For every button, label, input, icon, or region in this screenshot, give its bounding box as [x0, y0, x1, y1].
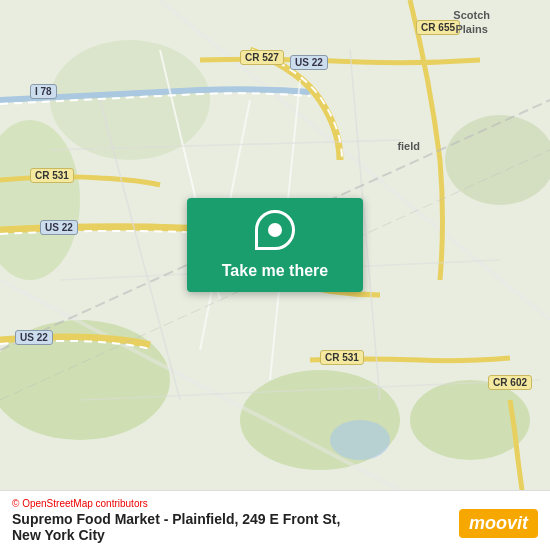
cr602-label: CR 602	[488, 375, 532, 390]
svg-point-7	[330, 420, 390, 460]
city-text: New York City	[12, 527, 105, 543]
take-me-there-button[interactable]: Take me there	[187, 198, 363, 292]
cr531-bot-label: CR 531	[320, 350, 364, 365]
cr531-left-label: CR 531	[30, 168, 74, 183]
svg-point-4	[445, 115, 550, 205]
scotch-plains-label: Scotch Plains	[453, 8, 490, 37]
us22-bot-label: US 22	[15, 330, 53, 345]
footer: © OpenStreetMap contributors Supremo Foo…	[0, 490, 550, 550]
moovit-logo: moovit	[459, 509, 538, 538]
copyright-symbol: ©	[12, 498, 19, 509]
osm-text: OpenStreetMap contributors	[22, 498, 148, 509]
us22-top-label: US 22	[290, 55, 328, 70]
map-container: I 78 CR 527 US 22 CR 531 US 22 US 22 CR …	[0, 0, 550, 490]
take-me-there-label: Take me there	[222, 262, 328, 280]
i78-label: I 78	[30, 84, 57, 99]
cr527-label: CR 527	[240, 50, 284, 65]
us22-mid-label: US 22	[40, 220, 78, 235]
pin-icon	[247, 202, 304, 259]
place-name-text: Supremo Food Market - Plainfield, 249 E …	[12, 511, 340, 527]
westfield-label: field	[397, 140, 420, 152]
osm-credit: © OpenStreetMap contributors	[12, 498, 538, 509]
